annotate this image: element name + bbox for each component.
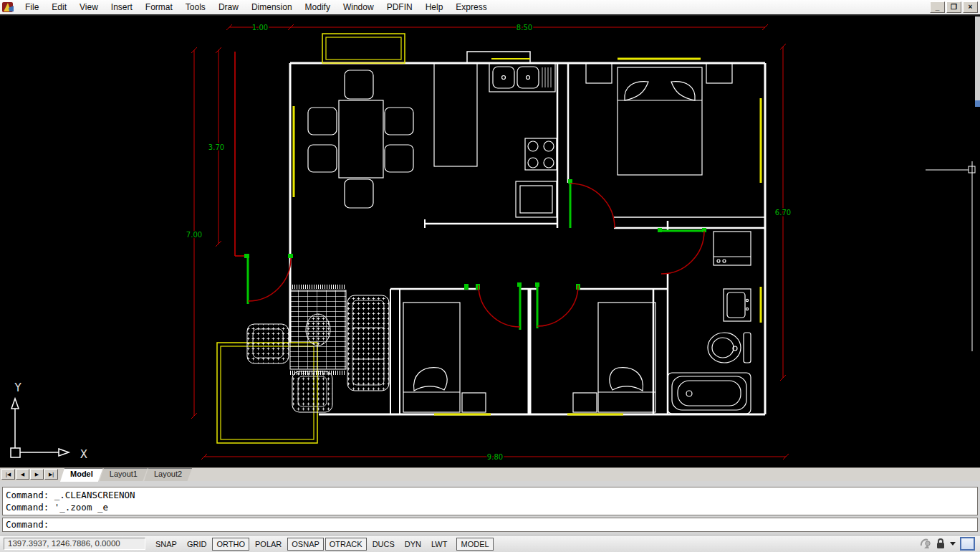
dining-chair — [308, 145, 337, 172]
dim-text-1-00: 1.00 — [252, 24, 268, 32]
ucs-y-label: Y — [14, 381, 21, 394]
minimize-button[interactable]: _ — [930, 1, 945, 13]
menu-modify[interactable]: Modify — [299, 1, 337, 14]
command-area: Command: _.CLEANSCREENON Command: '_.zoo… — [0, 481, 980, 535]
toggle-lwt[interactable]: LWT — [427, 538, 451, 551]
dim-text-9-80: 9.80 — [487, 453, 503, 461]
bathtub — [668, 373, 751, 414]
refrigerator — [516, 181, 557, 217]
window-controls: _ ❐ × — [930, 1, 980, 13]
living-room-furniture — [247, 287, 389, 412]
nightstand — [586, 63, 612, 83]
toggle-dyn[interactable]: DYN — [400, 538, 426, 551]
floor-plan-canvas[interactable]: 1.00 8.50 3.70 7.00 6.70 9.80 — [0, 16, 980, 467]
dim-text-8-50: 8.50 — [517, 24, 532, 32]
layout-tab-bar: |◀ ◀ ▶ ▶| Model Layout1 Layout2 — [0, 467, 980, 481]
pillow — [625, 82, 648, 100]
command-history[interactable]: Command: _.CLEANSCREENON Command: '_.zoo… — [2, 487, 978, 515]
washing-machine — [714, 232, 751, 265]
tab-next-button[interactable]: ▶ — [30, 469, 44, 480]
clean-screen-button[interactable] — [960, 537, 975, 551]
stove — [525, 138, 557, 170]
scrollbar-strip[interactable] — [975, 16, 980, 107]
double-bed — [618, 67, 702, 175]
toggle-otrack[interactable]: OTRACK — [325, 538, 367, 551]
command-input[interactable]: Command: — [2, 518, 978, 532]
menu-help[interactable]: Help — [419, 1, 450, 14]
dim-text-6-70: 6.70 — [775, 209, 791, 216]
toilet — [708, 333, 741, 363]
single-bed — [403, 303, 460, 412]
menu-format[interactable]: Format — [139, 1, 179, 14]
interior-walls — [390, 63, 765, 414]
communication-center-icon[interactable] — [920, 538, 931, 549]
command-history-line: Command: '_.zoom _e — [6, 501, 974, 513]
dimension-texts: 1.00 8.50 3.70 7.00 6.70 9.80 — [186, 24, 791, 461]
tab-prev-button[interactable]: ◀ — [16, 469, 29, 480]
ucs-x-label: X — [80, 448, 87, 461]
top-porch — [322, 34, 405, 63]
pillow — [610, 368, 643, 391]
menu-express[interactable]: Express — [449, 1, 493, 14]
red-boundary-walls — [235, 52, 403, 256]
close-button[interactable]: × — [963, 1, 978, 13]
tab-first-button[interactable]: |◀ — [1, 469, 15, 480]
toggle-ortho[interactable]: ORTHO — [212, 538, 249, 551]
status-toggles: SNAP GRID ORTHO POLAR OSNAP OTRACK DUCS … — [151, 538, 494, 551]
tab-layout2[interactable]: Layout2 — [144, 468, 192, 482]
menu-file[interactable]: File — [19, 1, 45, 14]
tab-layout1[interactable]: Layout1 — [100, 468, 148, 482]
tab-model[interactable]: Model — [60, 468, 103, 482]
kitchen-fixtures — [489, 63, 557, 217]
lock-icon[interactable] — [936, 538, 946, 549]
toggle-polar[interactable]: POLAR — [251, 538, 286, 551]
restore-button[interactable]: ❐ — [946, 1, 961, 13]
dim-text-3-70: 3.70 — [208, 143, 224, 151]
menu-dimension[interactable]: Dimension — [245, 1, 299, 14]
tray-dropdown-arrow-icon[interactable] — [950, 542, 956, 546]
menu-draw[interactable]: Draw — [212, 1, 245, 14]
dining-chair — [345, 179, 373, 208]
toggle-model[interactable]: MODEL — [456, 538, 493, 551]
command-history-line: Command: _.CLEANSCREENON — [6, 489, 974, 501]
menu-pdfin[interactable]: PDFIN — [380, 1, 419, 14]
single-bed — [598, 303, 655, 412]
pillow — [671, 82, 695, 100]
dining-furniture — [308, 63, 477, 208]
coordinate-readout[interactable]: 1397.3937, 1246.7886, 0.0000 — [4, 538, 145, 550]
drain — [686, 391, 692, 396]
autocad-window: File Edit View Insert Format Tools Draw … — [0, 0, 980, 552]
menu-insert[interactable]: Insert — [105, 1, 139, 14]
toggle-osnap[interactable]: OSNAP — [287, 538, 324, 551]
ucs-icon: Y X — [11, 381, 87, 461]
dining-chair — [385, 108, 413, 135]
bedroom-tr-furniture — [586, 63, 732, 175]
dining-chair — [385, 145, 413, 172]
drainboard — [542, 67, 551, 87]
tab-navigation: |◀ ◀ ▶ ▶| — [0, 468, 59, 480]
menu-window[interactable]: Window — [337, 1, 380, 14]
dimension-lines — [191, 24, 789, 460]
bathroom-fixtures — [668, 232, 751, 414]
dining-table — [339, 100, 383, 178]
sofa — [347, 295, 389, 391]
nightstand — [462, 393, 486, 412]
nightstand — [706, 63, 732, 83]
status-tray — [920, 537, 976, 551]
status-bar: 1397.3937, 1246.7886, 0.0000 SNAP GRID O… — [0, 535, 980, 552]
menu-tools[interactable]: Tools — [179, 1, 212, 14]
kitchen-counter — [434, 63, 477, 166]
tab-last-button[interactable]: ▶| — [44, 469, 58, 480]
toggle-grid[interactable]: GRID — [183, 538, 211, 551]
toggle-snap[interactable]: SNAP — [151, 538, 181, 551]
crosshair-cursor — [926, 161, 975, 351]
nightstand — [573, 393, 597, 412]
menu-view[interactable]: View — [73, 1, 105, 14]
toggle-ducs[interactable]: DUCS — [368, 538, 399, 551]
menu-edit[interactable]: Edit — [45, 1, 73, 14]
dining-chair — [345, 70, 373, 99]
rug-medallion — [306, 314, 330, 346]
pillow — [414, 368, 448, 391]
menu-bar: File Edit View Insert Format Tools Draw … — [0, 0, 980, 16]
app-logo-icon — [2, 1, 14, 13]
